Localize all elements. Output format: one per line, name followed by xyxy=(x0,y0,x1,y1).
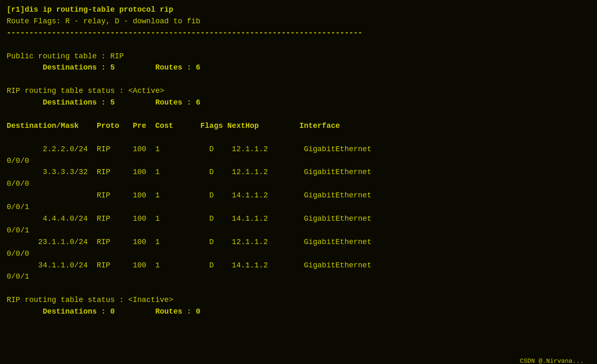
route-row-5a: 23.1.1.0/24 RIP 100 1 D 12.1.1.2 Gigabit… xyxy=(7,237,590,248)
route-row-2b: 0/0/0 xyxy=(7,178,590,190)
route-row-2a: 3.3.3.3/32 RIP 100 1 D 12.1.1.2 GigabitE… xyxy=(7,167,590,178)
route-row-6b: 0/0/1 xyxy=(7,271,590,283)
terminal-content: [r1]dis ip routing-table protocol rip Ro… xyxy=(7,4,590,318)
route-flags-line: Route Flags: R - relay, D - download to … xyxy=(7,16,590,27)
route-row-1b: 0/0/0 xyxy=(7,155,590,167)
rip-active-destinations: Destinations : 5 Routes : 6 xyxy=(7,97,590,109)
route-row-6a: 34.1.1.0/24 RIP 100 1 D 14.1.1.2 Gigabit… xyxy=(7,260,590,272)
blank-5 xyxy=(7,283,590,294)
terminal: [r1]dis ip routing-table protocol rip Ro… xyxy=(7,4,590,364)
blank-2 xyxy=(7,74,590,85)
rip-inactive-destinations: Destinations : 0 Routes : 0 xyxy=(7,306,590,318)
route-row-4a: 4.4.4.0/24 RIP 100 1 D 14.1.1.2 GigabitE… xyxy=(7,213,590,225)
blank-4 xyxy=(7,132,590,144)
route-row-1a: 2.2.2.0/24 RIP 100 1 D 12.1.1.2 GigabitE… xyxy=(7,144,590,155)
rip-inactive-status: RIP routing table status : <Inactive> xyxy=(7,294,590,306)
route-row-3b: 0/0/1 xyxy=(7,202,590,213)
route-row-5b: 0/0/0 xyxy=(7,248,590,260)
blank-1 xyxy=(7,39,590,51)
table-header: Destination/Mask Proto Pre Cost Flags Ne… xyxy=(7,120,590,132)
public-routing-table-label: Public routing table : RIP xyxy=(7,51,590,62)
route-row-3a: RIP 100 1 D 14.1.1.2 GigabitEthernet xyxy=(7,190,590,202)
command-line: [r1]dis ip routing-table protocol rip xyxy=(7,4,590,16)
route-row-4b: 0/0/1 xyxy=(7,225,590,237)
rip-active-status: RIP routing table status : <Active> xyxy=(7,85,590,97)
separator-line: ----------------------------------------… xyxy=(7,27,590,39)
public-destinations: Destinations : 5 Routes : 6 xyxy=(7,62,590,74)
blank-3 xyxy=(7,109,590,120)
watermark: CSDN @.Nirvana... xyxy=(520,358,584,364)
